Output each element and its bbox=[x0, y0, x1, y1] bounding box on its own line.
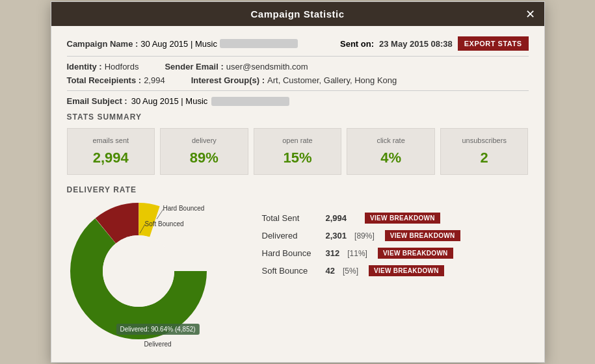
stat-card-label: emails sent bbox=[74, 136, 148, 144]
stats-summary-title: STATS SUMMARY bbox=[67, 112, 529, 122]
campaign-name-blurred bbox=[220, 39, 298, 48]
total-recipients-label: Total Receipients : bbox=[67, 75, 142, 85]
soft-bounced-legend: Soft Bounced bbox=[145, 220, 184, 228]
stat-card-label: open rate bbox=[261, 136, 335, 144]
modal-header: Campaign Statistic ✕ bbox=[51, 2, 544, 26]
delivery-row: Delivered 2,301 [89%] VIEW BREAKDOWN bbox=[262, 230, 529, 241]
delivery-row-pct: [89%] bbox=[354, 231, 375, 240]
view-breakdown-button[interactable]: VIEW BREAKDOWN bbox=[369, 265, 444, 276]
stat-card: open rate 15% bbox=[254, 128, 342, 175]
email-subject-label: Email Subject : bbox=[67, 96, 127, 106]
delivery-row: Hard Bounce 312 [11%] VIEW BREAKDOWN bbox=[262, 248, 529, 259]
delivered-tooltip: Delivered: 90.64% (4,852) bbox=[116, 324, 199, 335]
delivery-row-label: Hard Bounce bbox=[262, 248, 321, 258]
delivery-row-pct: [11%] bbox=[347, 249, 367, 258]
sent-on-label: Sent on: bbox=[340, 39, 374, 49]
identity-value: Hodfords bbox=[105, 62, 139, 72]
stat-card-value: 15% bbox=[261, 150, 335, 166]
close-button[interactable]: ✕ bbox=[525, 8, 535, 20]
campaign-name-label: Campaign Name : bbox=[67, 39, 139, 49]
sender-email-value: user@sendsmith.com bbox=[226, 62, 308, 72]
donut-chart bbox=[67, 200, 210, 343]
stat-card: emails sent 2,994 bbox=[67, 128, 155, 175]
delivery-row: Total Sent 2,994 VIEW BREAKDOWN bbox=[262, 213, 529, 224]
modal-title: Campaign Statistic bbox=[250, 8, 344, 20]
delivery-row-value: 42 bbox=[326, 266, 335, 276]
identity-item: Identity : Hodfords bbox=[67, 62, 139, 72]
stats-summary-section: STATS SUMMARY emails sent 2,994 delivery… bbox=[67, 112, 529, 175]
delivery-rate-section: DELIVERY RATE H bbox=[67, 185, 529, 349]
delivery-row-label: Total Sent bbox=[262, 213, 321, 223]
stat-card: delivery 89% bbox=[160, 128, 248, 175]
email-subject-blurred bbox=[211, 97, 289, 106]
delivery-stats-table: Total Sent 2,994 VIEW BREAKDOWN Delivere… bbox=[262, 200, 529, 283]
total-recipients-item: Total Receipients : 2,994 bbox=[67, 75, 165, 85]
delivery-row-label: Soft Bounce bbox=[262, 266, 321, 276]
divider-2 bbox=[67, 90, 529, 91]
delivery-row: Soft Bounce 42 [5%] VIEW BREAKDOWN bbox=[262, 265, 529, 276]
divider-1 bbox=[67, 56, 529, 57]
stats-cards: emails sent 2,994 delivery 89% open rate… bbox=[67, 128, 529, 175]
delivery-row-pct: [5%] bbox=[343, 266, 358, 276]
stat-card-value: 4% bbox=[354, 150, 428, 166]
modal-body: Campaign Name : 30 Aug 2015 | Music Sent… bbox=[51, 26, 544, 362]
delivery-section: Hard Bounced Soft Bounced Delivered: 90.… bbox=[67, 200, 529, 349]
delivery-rate-title: DELIVERY RATE bbox=[67, 185, 529, 194]
hard-bounced-legend: Hard Bounced bbox=[163, 205, 205, 212]
sent-on-value: 23 May 2015 08:38 bbox=[379, 39, 453, 49]
email-subject-value: 30 Aug 2015 | Music bbox=[131, 96, 208, 106]
campaign-name-value: 30 Aug 2015 | Music bbox=[140, 39, 217, 49]
campaign-statistic-modal: Campaign Statistic ✕ Campaign Name : 30 … bbox=[51, 1, 545, 363]
delivery-row-value: 2,301 bbox=[326, 231, 347, 240]
identity-row: Identity : Hodfords Sender Email : user@… bbox=[67, 62, 529, 72]
stat-card-label: unsubscribers bbox=[447, 136, 522, 144]
interest-groups-item: Interest Group(s) : Art, Customer, Galle… bbox=[191, 75, 397, 85]
delivery-row-value: 2,994 bbox=[326, 213, 347, 223]
campaign-name-row: Campaign Name : 30 Aug 2015 | Music Sent… bbox=[67, 36, 529, 51]
interest-groups-value: Art, Customer, Gallery, Hong Kong bbox=[267, 75, 397, 85]
stat-card-label: delivery bbox=[167, 136, 241, 144]
sender-email-label: Sender Email : bbox=[165, 62, 223, 72]
stat-card-value: 2 bbox=[447, 150, 522, 166]
view-breakdown-button[interactable]: VIEW BREAKDOWN bbox=[378, 248, 453, 259]
chart-container: Hard Bounced Soft Bounced Delivered: 90.… bbox=[67, 200, 249, 349]
identity-label: Identity : bbox=[67, 62, 102, 72]
delivered-label: Delivered bbox=[144, 341, 171, 348]
view-breakdown-button[interactable]: VIEW BREAKDOWN bbox=[385, 230, 460, 241]
email-subject-row: Email Subject : 30 Aug 2015 | Music bbox=[67, 96, 529, 106]
delivery-row-value: 312 bbox=[326, 248, 340, 258]
interest-groups-label: Interest Group(s) : bbox=[191, 75, 265, 85]
stat-card-value: 89% bbox=[167, 150, 241, 166]
sender-email-item: Sender Email : user@sendsmith.com bbox=[165, 62, 308, 72]
stat-card: click rate 4% bbox=[347, 128, 435, 175]
recipients-row: Total Receipients : 2,994 Interest Group… bbox=[67, 75, 529, 85]
svg-point-3 bbox=[103, 235, 174, 307]
view-breakdown-button[interactable]: VIEW BREAKDOWN bbox=[365, 213, 440, 224]
export-stats-button[interactable]: EXPORT STATS bbox=[458, 36, 529, 51]
stat-card-value: 2,994 bbox=[74, 150, 148, 166]
total-recipients-value: 2,994 bbox=[144, 75, 165, 85]
stat-card: unsubscribers 2 bbox=[440, 128, 529, 175]
delivery-row-label: Delivered bbox=[262, 231, 321, 240]
stat-card-label: click rate bbox=[354, 136, 428, 144]
